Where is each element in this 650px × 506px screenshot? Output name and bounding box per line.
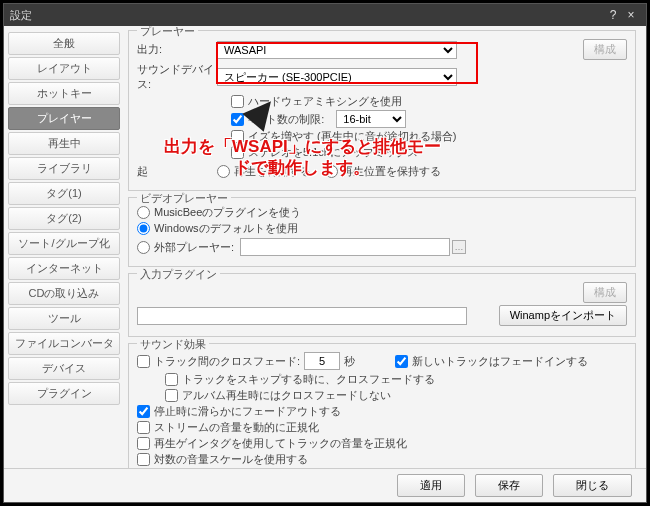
browse-button[interactable]: … [452,240,466,254]
help-icon[interactable]: ? [604,8,622,22]
sidebar-item-9[interactable]: インターネット [8,257,120,280]
output-label: 出力: [137,42,217,57]
sidebar-item-3[interactable]: プレイヤー [8,107,120,130]
stop-fadeout-label: 停止時に滑らかにフェードアウトする [154,404,341,419]
player-config-button[interactable]: 構成 [583,39,627,60]
keeppos-radio[interactable] [325,165,338,178]
crossfade-label: トラック間のクロスフェード: [154,354,300,369]
windefault-radio[interactable] [137,222,150,235]
sidebar: 全般レイアウトホットキープレイヤー再生中ライブラリタグ(1)タグ(2)ソート/グ… [4,26,124,468]
sidebar-item-12[interactable]: ファイルコンバータ [8,332,120,355]
output-select[interactable]: WASAPI [217,41,457,59]
footer: 適用 保存 閉じる [4,468,646,502]
group-player: プレーヤー 出力: WASAPI 構成 サウンドデバイス: スピーカー (SE-… [128,30,636,191]
newtrack-fadein-checkbox[interactable] [395,355,408,368]
buffer-checkbox[interactable] [231,130,244,143]
hwmix-checkbox[interactable] [231,95,244,108]
logscale-checkbox[interactable] [137,453,150,466]
windefault-label: Windowsのデフォルトを使用 [154,221,298,236]
group-title-input: 入力プラグイン [137,267,220,282]
sidebar-item-4[interactable]: 再生中 [8,132,120,155]
sidebar-item-7[interactable]: タグ(2) [8,207,120,230]
sidebar-item-1[interactable]: レイアウト [8,57,120,80]
stream-norm-label: ストリームの音量を動的に正規化 [154,420,319,435]
sidebar-item-11[interactable]: ツール [8,307,120,330]
sidebar-item-6[interactable]: タグ(1) [8,182,120,205]
apply-button[interactable]: 適用 [397,474,465,497]
upmix-label: ステレオを5.1chにアップミックス [248,145,418,160]
newtrack-fadein-label: 新しいトラックはフェードインする [412,354,588,369]
replaygain-label: 再生ゲインタグを使用してトラックの音量を正規化 [154,436,407,451]
stop-fadeout-checkbox[interactable] [137,405,150,418]
album-nocrossfade-label: アルバム再生時にはクロスフェードしない [182,388,391,403]
group-input: 入力プラグイン 構成 Winampをインポート [128,273,636,337]
group-video: ビデオプレーヤー MusicBeeのプラグインを使う Windowsのデフォルト… [128,197,636,267]
winamp-import-button[interactable]: Winampをインポート [499,305,627,326]
sidebar-item-0[interactable]: 全般 [8,32,120,55]
crossfade-sec-input[interactable] [304,352,340,370]
upmix-checkbox[interactable] [231,146,244,159]
keeppos-label: 再生位置を保持する [342,164,441,179]
sidebar-item-14[interactable]: プラグイン [8,382,120,405]
window-title: 設定 [10,8,32,23]
bitdepth-select[interactable]: 16-bit [336,110,406,128]
resume-label: 再生を再開する [234,164,311,179]
external-path-input[interactable] [240,238,450,256]
sidebar-item-5[interactable]: ライブラリ [8,157,120,180]
titlebar: 設定 ? × [4,4,646,26]
replaygain-checkbox[interactable] [137,437,150,450]
album-nocrossfade-checkbox[interactable] [165,389,178,402]
sec-label: 秒 [344,354,355,369]
mbplugin-radio[interactable] [137,206,150,219]
save-button[interactable]: 保存 [475,474,543,497]
group-title-player: プレーヤー [137,26,198,39]
stream-norm-checkbox[interactable] [137,421,150,434]
skip-crossfade-checkbox[interactable] [165,373,178,386]
device-select[interactable]: スピーカー (SE-300PCIE) [217,68,457,86]
sidebar-item-2[interactable]: ホットキー [8,82,120,105]
close-button[interactable]: 閉じる [553,474,632,497]
group-sound: サウンド効果 トラック間のクロスフェード: 秒 新しいトラックはフェードインする… [128,343,636,468]
sidebar-item-10[interactable]: CDの取り込み [8,282,120,305]
input-plugin-input[interactable] [137,307,467,325]
external-label: 外部プレーヤー: [154,240,234,255]
group-title-video: ビデオプレーヤー [137,191,231,206]
content: プレーヤー 出力: WASAPI 構成 サウンドデバイス: スピーカー (SE-… [124,26,646,468]
close-icon[interactable]: × [622,8,640,22]
external-radio[interactable] [137,241,150,254]
skip-crossfade-label: トラックをスキップする時に、クロスフェードする [182,372,435,387]
input-config-button[interactable]: 構成 [583,282,627,303]
bitlimit-checkbox[interactable] [231,113,244,126]
sidebar-item-8[interactable]: ソート/グループ化 [8,232,120,255]
crossfade-checkbox[interactable] [137,355,150,368]
group-title-sound: サウンド効果 [137,337,209,352]
startup-label: 起 [137,164,217,179]
buffer-label: イズを増やす (再生中に音が途切れる場合) [248,129,456,144]
logscale-label: 対数の音量スケールを使用する [154,452,308,467]
device-label: サウンドデバイス: [137,62,217,92]
sidebar-item-13[interactable]: デバイス [8,357,120,380]
resume-radio[interactable] [217,165,230,178]
mbplugin-label: MusicBeeのプラグインを使う [154,205,301,220]
